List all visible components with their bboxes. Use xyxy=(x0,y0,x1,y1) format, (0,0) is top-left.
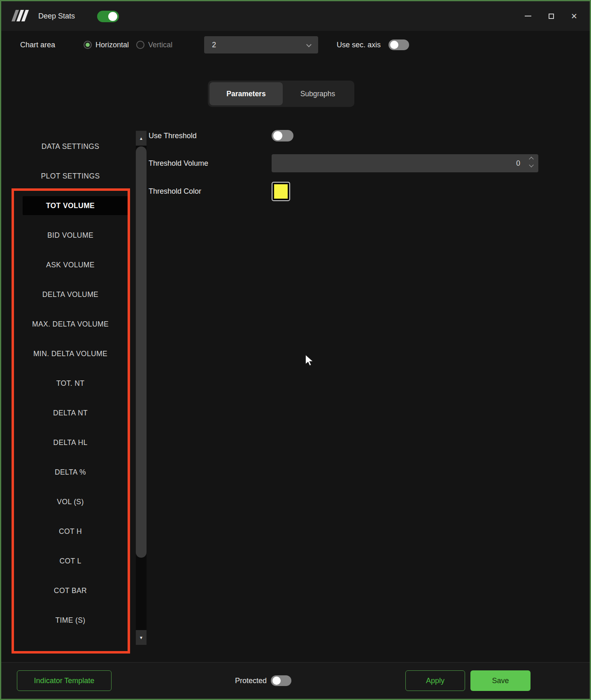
sidebar-item-label: DELTA NT xyxy=(53,409,88,417)
sidebar-item-cot-l[interactable]: COT L xyxy=(1,546,140,576)
sidebar-item-plot-settings[interactable]: PLOT SETTINGS xyxy=(1,161,140,191)
toggle-knob xyxy=(390,41,398,49)
sidebar-item-label: COT BAR xyxy=(54,586,87,595)
tab-parameters[interactable]: Parameters xyxy=(209,82,283,105)
apply-button[interactable]: Apply xyxy=(405,670,465,691)
sidebar-item-bid-volume[interactable]: BID VOLUME xyxy=(1,220,140,250)
sidebar-item-label: TOT. NT xyxy=(56,379,85,388)
sidebar-item-delta[interactable]: DELTA % xyxy=(1,457,140,487)
scroll-down-icon[interactable]: ▼ xyxy=(136,630,147,645)
radio-vertical[interactable]: Vertical xyxy=(136,41,172,49)
protected-toggle[interactable] xyxy=(271,675,291,686)
save-button[interactable]: Save xyxy=(470,670,531,691)
sidebar-item-label: PLOT SETTINGS xyxy=(41,172,100,181)
parameters-subgraphs-tabs: Parameters Subgraphs xyxy=(208,81,354,107)
number-spinner[interactable] xyxy=(530,158,533,167)
tab-subgraphs[interactable]: Subgraphs xyxy=(283,82,353,105)
threshold-volume-input[interactable]: 0 xyxy=(272,154,538,172)
sidebar-item-label: DATA SETTINGS xyxy=(42,142,100,151)
spinner-down-icon[interactable] xyxy=(529,162,533,167)
scroll-up-icon[interactable]: ▲ xyxy=(136,131,147,146)
sidebar-item-label: ASK VOLUME xyxy=(46,261,95,269)
sidebar-item-label: DELTA % xyxy=(55,468,86,477)
sidebar-item-delta-hl[interactable]: DELTA HL xyxy=(1,428,140,457)
close-button[interactable]: ✕ xyxy=(570,12,578,20)
sidebar-item-cot-h[interactable]: COT H xyxy=(1,517,140,546)
mouse-cursor xyxy=(305,354,316,368)
indicator-template-button[interactable]: Indicator Template xyxy=(17,670,112,691)
sidebar-item-tot-nt[interactable]: TOT. NT xyxy=(1,369,140,398)
sidebar-item-cot-bar[interactable]: COT BAR xyxy=(1,576,140,605)
radio-vertical-circle[interactable] xyxy=(136,41,144,49)
threshold-volume-value: 0 xyxy=(516,154,520,172)
sidebar-item-time-s[interactable]: TIME (S) xyxy=(1,605,140,635)
settings-list: DATA SETTINGSPLOT SETTINGSTOT VOLUMEBID … xyxy=(1,132,140,635)
sidebar-item-ask-volume[interactable]: ASK VOLUME xyxy=(1,250,140,280)
title-bar: Deep Stats ✕ xyxy=(1,1,590,31)
sidebar-item-label: BID VOLUME xyxy=(47,231,93,240)
list-scrollbar[interactable]: ▲ ▼ xyxy=(136,131,147,645)
sidebar-item-max-delta-volume[interactable]: MAX. DELTA VOLUME xyxy=(1,309,140,339)
chart-area-number-dropdown[interactable]: 2 xyxy=(204,36,318,53)
toggle-knob xyxy=(108,12,117,21)
sidebar-item-label: VOL (S) xyxy=(57,498,84,506)
sidebar-item-label: DELTA HL xyxy=(53,438,87,447)
toggle-knob xyxy=(273,131,282,140)
sidebar-item-min-delta-volume[interactable]: MIN. DELTA VOLUME xyxy=(1,339,140,369)
threshold-color-swatch[interactable] xyxy=(272,182,290,201)
chart-area-toolbar: Chart area Horizontal Vertical 2 Use sec… xyxy=(1,31,590,59)
maximize-button[interactable] xyxy=(547,12,555,20)
dropdown-value: 2 xyxy=(212,36,216,53)
threshold-color-label: Threshold Color xyxy=(149,182,201,201)
sec-axis-label: Use sec. axis xyxy=(337,31,381,59)
sidebar-item-delta-volume[interactable]: DELTA VOLUME xyxy=(1,280,140,309)
radio-vertical-label: Vertical xyxy=(148,41,172,49)
sec-axis-toggle[interactable] xyxy=(389,39,409,50)
radio-horizontal-label: Horizontal xyxy=(95,41,129,49)
minimize-button[interactable] xyxy=(524,12,532,20)
sidebar-item-data-settings[interactable]: DATA SETTINGS xyxy=(1,132,140,161)
chevron-down-icon xyxy=(306,42,312,47)
window-title: Deep Stats xyxy=(38,1,75,31)
sidebar-item-label: TIME (S) xyxy=(55,616,85,625)
chart-area-label: Chart area xyxy=(20,31,55,59)
spinner-up-icon[interactable] xyxy=(529,157,533,161)
radio-horizontal-circle[interactable] xyxy=(84,41,92,49)
orientation-radio-group: Horizontal Vertical xyxy=(84,31,172,59)
use-threshold-toggle[interactable] xyxy=(272,130,293,141)
footer-bar: Indicator Template Protected Apply Save xyxy=(1,662,590,699)
toggle-knob xyxy=(272,677,281,685)
sidebar-item-tot-volume[interactable]: TOT VOLUME xyxy=(1,191,140,220)
threshold-color-fill xyxy=(274,184,288,199)
sidebar-item-label: MIN. DELTA VOLUME xyxy=(33,350,107,358)
radio-horizontal[interactable]: Horizontal xyxy=(84,41,129,49)
use-threshold-label: Use Threshold xyxy=(149,127,197,145)
sidebar-item-label: TOT VOLUME xyxy=(46,202,95,210)
sidebar-item-vol-s[interactable]: VOL (S) xyxy=(1,487,140,517)
sidebar-item-label: COT H xyxy=(59,527,82,536)
threshold-volume-label: Threshold Volume xyxy=(149,154,208,172)
sidebar-item-label: MAX. DELTA VOLUME xyxy=(32,320,109,329)
indicator-enabled-toggle[interactable] xyxy=(97,11,119,22)
sidebar-item-label: COT L xyxy=(59,557,81,566)
scrollbar-thumb[interactable] xyxy=(136,146,147,558)
sidebar-item-delta-nt[interactable]: DELTA NT xyxy=(1,398,140,428)
app-logo-icon xyxy=(14,10,28,21)
protected-label: Protected xyxy=(184,663,267,699)
sidebar-item-label: DELTA VOLUME xyxy=(42,290,98,299)
deep-stats-window: Deep Stats ✕ Chart area Horizontal Verti… xyxy=(0,0,591,700)
